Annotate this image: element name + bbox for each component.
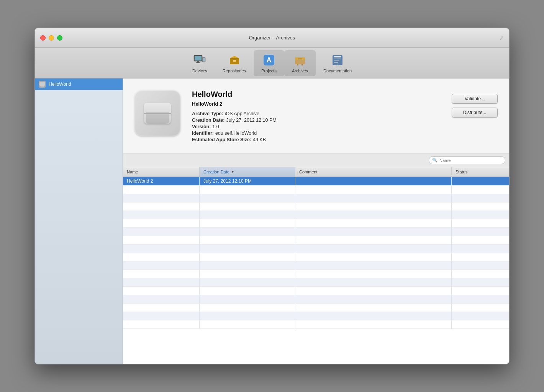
- empty-row: [123, 203, 509, 211]
- toolbar-label-projects: Projects: [261, 69, 277, 73]
- repositories-icon: [228, 53, 241, 67]
- svg-rect-19: [334, 59, 341, 59]
- sidebar: HelloWorld: [35, 78, 123, 364]
- wallet-icon-shape: [144, 103, 171, 124]
- version-label: Version:: [192, 124, 211, 129]
- svg-rect-1: [195, 56, 202, 60]
- close-button[interactable]: [40, 35, 46, 41]
- traffic-lights: [40, 35, 62, 41]
- projects-icon: A: [262, 53, 276, 67]
- minimize-button[interactable]: [49, 35, 54, 41]
- creation-date-label: Creation Date:: [192, 118, 224, 123]
- svg-rect-15: [297, 64, 298, 65]
- empty-row: [123, 312, 509, 320]
- creation-date-row: Creation Date: July 27, 2012 12:10 PM: [192, 118, 440, 123]
- empty-row: [123, 194, 509, 203]
- empty-row: [123, 253, 509, 261]
- archive-type-value: iOS App Archive: [225, 111, 259, 116]
- svg-rect-8: [233, 60, 236, 62]
- main-window: Organizer – Archives ⤢ Devices: [34, 28, 510, 364]
- archive-type-label: Archive Type:: [192, 111, 223, 116]
- column-header-name[interactable]: Name: [123, 167, 200, 176]
- empty-row: [123, 278, 509, 287]
- version-value: 1.0: [212, 124, 219, 129]
- fullscreen-button[interactable]: ⤢: [499, 35, 504, 41]
- app-store-size-row: Estimated App Store Size: 49 KB: [192, 137, 440, 142]
- svg-rect-14: [298, 59, 302, 59]
- toolbar-item-documentation[interactable]: A Documentation: [316, 50, 359, 76]
- empty-row: [123, 228, 509, 236]
- archive-type-row: Archive Type: iOS App Archive: [192, 111, 440, 116]
- empty-row: [123, 270, 509, 278]
- version-row: Version: 1.0: [192, 124, 440, 129]
- table-area: 🔍 Name Creation Date ▼: [123, 154, 509, 364]
- toolbar-label-repositories: Repositories: [223, 69, 246, 73]
- svg-rect-18: [334, 56, 341, 57]
- toolbar-item-projects[interactable]: A Projects: [254, 50, 284, 76]
- cell-name: HelloWorld 2: [123, 177, 200, 185]
- search-box[interactable]: 🔍: [429, 156, 505, 164]
- search-input[interactable]: [439, 158, 502, 163]
- empty-row: [123, 245, 509, 253]
- validate-button[interactable]: Validate...: [452, 94, 498, 104]
- toolbar-label-devices: Devices: [192, 69, 207, 73]
- empty-row: [123, 287, 509, 295]
- cell-creation-date: July 27, 2012 12:10 PM: [200, 177, 295, 185]
- cell-comment: [295, 177, 452, 185]
- creation-date-value: July 27, 2012 12:10 PM: [226, 118, 276, 123]
- empty-row: [123, 304, 509, 312]
- cell-status: [452, 177, 509, 185]
- toolbar-item-repositories[interactable]: Repositories: [215, 50, 254, 76]
- sidebar-item-icon: [39, 81, 46, 88]
- toolbar-label-archives: Archives: [292, 69, 308, 73]
- svg-rect-16: [301, 64, 303, 65]
- archive-info: HelloWorld HelloWorld 2 Archive Type: iO…: [123, 78, 509, 154]
- svg-marker-7: [230, 56, 239, 58]
- archive-actions: Validate... Distribute...: [452, 90, 498, 118]
- identifier-row: Identifier: edu.self.HelloWorld: [192, 131, 440, 136]
- column-header-comment[interactable]: Comment: [295, 167, 452, 176]
- svg-rect-5: [203, 58, 205, 61]
- data-table: Name Creation Date ▼ Comment Status: [123, 167, 509, 364]
- sort-arrow-icon: ▼: [231, 170, 234, 174]
- table-header: Name Creation Date ▼ Comment Status: [123, 167, 509, 177]
- identifier-value: edu.self.HelloWorld: [215, 131, 257, 136]
- empty-row: [123, 236, 509, 245]
- empty-row: [123, 295, 509, 304]
- archive-sub-name: HelloWorld 2: [192, 101, 222, 107]
- archive-name: HelloWorld: [192, 90, 440, 99]
- empty-row: [123, 211, 509, 219]
- empty-row: [123, 219, 509, 228]
- detail-panel: HelloWorld HelloWorld 2 Archive Type: iO…: [123, 78, 509, 364]
- archives-icon: [293, 53, 307, 67]
- svg-rect-20: [334, 60, 339, 61]
- sidebar-item-helloworld[interactable]: HelloWorld: [35, 78, 123, 90]
- distribute-button[interactable]: Distribute...: [452, 108, 498, 118]
- toolbar-label-documentation: Documentation: [323, 69, 352, 73]
- svg-rect-3: [196, 62, 200, 63]
- table-row[interactable]: HelloWorld 2 July 27, 2012 12:10 PM: [123, 177, 509, 186]
- table-toolbar: 🔍: [123, 154, 509, 167]
- documentation-icon: A: [331, 53, 344, 67]
- column-header-status[interactable]: Status: [452, 167, 509, 176]
- toolbar-item-devices[interactable]: Devices: [185, 50, 215, 76]
- svg-text:A: A: [336, 63, 339, 66]
- archive-meta: HelloWorld HelloWorld 2 Archive Type: iO…: [192, 90, 440, 144]
- app-store-size-value: 49 KB: [253, 137, 266, 142]
- maximize-button[interactable]: [57, 35, 62, 41]
- archive-sub-name-row: HelloWorld 2: [192, 101, 440, 110]
- column-header-creation-date[interactable]: Creation Date ▼: [200, 167, 295, 176]
- toolbar: Devices Repositories A: [35, 48, 509, 78]
- app-icon: [134, 90, 180, 136]
- toolbar-item-archives[interactable]: Archives: [284, 50, 316, 76]
- sidebar-item-label: HelloWorld: [49, 82, 71, 87]
- titlebar: Organizer – Archives ⤢: [35, 28, 509, 48]
- app-store-size-label: Estimated App Store Size:: [192, 137, 251, 142]
- empty-row: [123, 186, 509, 194]
- devices-icon: [193, 53, 206, 67]
- empty-row: [123, 320, 509, 329]
- window-title: Organizer – Archives: [249, 35, 295, 41]
- search-icon: 🔍: [432, 158, 437, 163]
- svg-text:A: A: [267, 56, 272, 64]
- identifier-label: Identifier:: [192, 131, 214, 136]
